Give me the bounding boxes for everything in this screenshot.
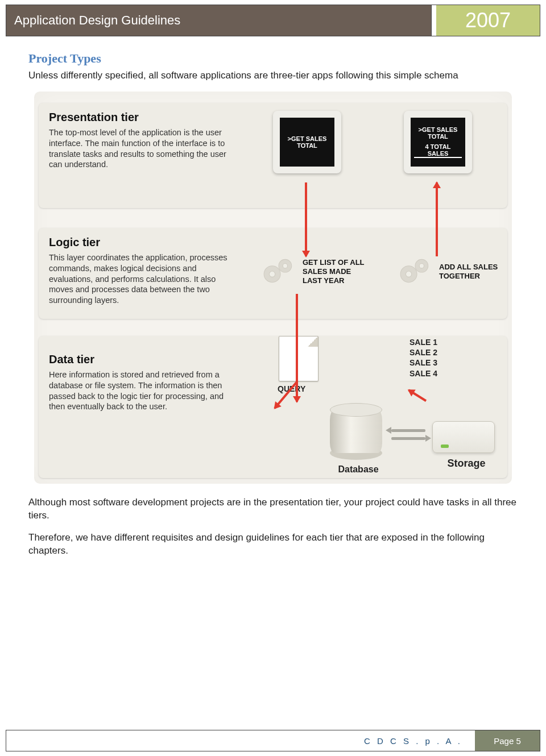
logic-tier-title: Logic tier <box>49 236 231 249</box>
document-year: 2007 <box>432 5 540 36</box>
presentation-tier-body: The top-most level of the application is… <box>49 127 231 170</box>
svg-point-7 <box>419 264 424 268</box>
logic-gear-right: ADD ALL SALES TOGETHER <box>398 256 507 287</box>
intro-paragraph: Unless differently specified, all softwa… <box>28 69 518 82</box>
svg-point-5 <box>406 271 411 277</box>
logic-tier-body: This layer coordinates the application, … <box>49 252 231 306</box>
data-tier-body: Here information is stored and retrieved… <box>49 369 231 412</box>
data-tier-title: Data tier <box>49 353 231 366</box>
svg-point-3 <box>283 264 287 268</box>
storage-label: Storage <box>432 458 500 470</box>
document-title: Application Design Guidelines <box>6 5 432 36</box>
logic-gear-left: GET LIST OF ALL SALES MADE LAST YEAR <box>262 256 371 287</box>
page-content: Project Types Unless differently specifi… <box>0 36 546 558</box>
logic-left-label: GET LIST OF ALL SALES MADE LAST YEAR <box>303 258 371 286</box>
footer-company: C D C S . p . A . <box>6 730 471 751</box>
sales-list: SALE 1 SALE 2 SALE 3 SALE 4 <box>410 337 437 379</box>
footer-page-number: Page 5 <box>471 730 540 751</box>
three-tier-diagram: Presentation tier The top-most level of … <box>34 92 512 484</box>
paragraph-2: Although most software development proje… <box>28 496 518 522</box>
logic-right-label: ADD ALL SALES TOGETHER <box>439 263 507 281</box>
paragraph-3: Therefore, we have different requisites … <box>28 531 518 558</box>
sale-item: SALE 2 <box>410 347 437 358</box>
sale-item: SALE 1 <box>410 337 437 347</box>
screen2-text-a: >GET SALES TOTAL <box>414 126 462 140</box>
presentation-tier-title: Presentation tier <box>49 111 231 124</box>
sale-item: SALE 3 <box>410 358 437 368</box>
database-label: Database <box>330 464 387 475</box>
db-storage-arrows-icon <box>387 427 430 444</box>
document-footer: C D C S . p . A . Page 5 <box>6 730 540 751</box>
svg-point-1 <box>269 271 275 277</box>
sale-item: SALE 4 <box>410 368 437 379</box>
gear-icon <box>262 256 297 287</box>
flow-arrow-icon <box>305 182 307 256</box>
document-header: Application Design Guidelines 2007 <box>6 5 540 36</box>
screen1-text: >GET SALES TOTAL <box>283 135 331 149</box>
gear-icon <box>398 256 433 287</box>
database-icon <box>330 403 382 460</box>
flow-arrow-icon <box>436 182 438 256</box>
section-heading: Project Types <box>28 51 518 66</box>
flow-arrow-icon <box>296 294 298 402</box>
storage-icon <box>432 421 495 453</box>
query-sheet-icon <box>279 336 318 381</box>
screen2-text-b: 4 TOTAL SALES <box>414 143 462 158</box>
screen-get-sales-total-output: >GET SALES TOTAL 4 TOTAL SALES <box>404 111 472 173</box>
screen-get-sales-total-input: >GET SALES TOTAL <box>273 111 341 173</box>
